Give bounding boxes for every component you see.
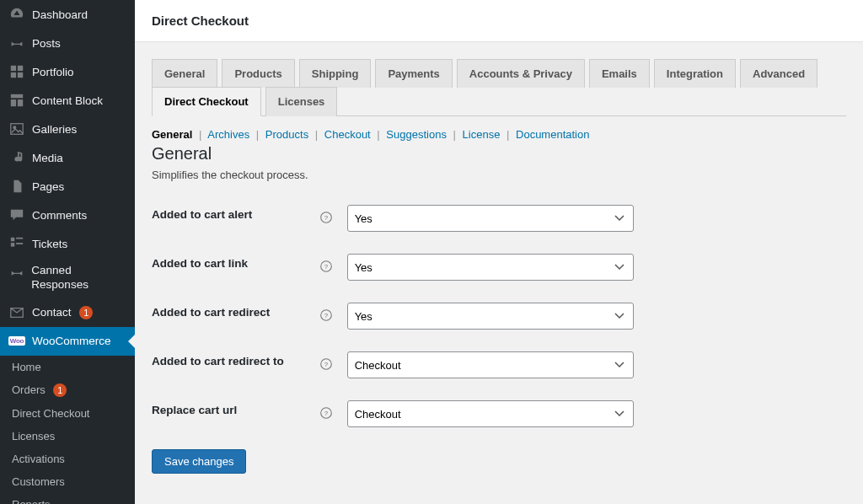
notification-badge: 1 xyxy=(79,306,93,319)
subtab-documentation[interactable]: Documentation xyxy=(516,128,589,141)
tab-accounts-privacy[interactable]: Accounts & Privacy xyxy=(457,59,585,88)
tab-products[interactable]: Products xyxy=(222,59,294,88)
subtab-general[interactable]: General xyxy=(152,128,192,141)
tab-integration[interactable]: Integration xyxy=(654,59,736,88)
page-header: Direct Checkout xyxy=(135,0,863,42)
select-cart-redirect-to[interactable]: Checkout xyxy=(347,351,634,378)
sidebar-label: Contact xyxy=(32,306,72,319)
field-label: Added to cart redirect to xyxy=(152,346,320,395)
sidebar-sub-reports[interactable]: Reports xyxy=(0,493,135,504)
layout-icon xyxy=(8,92,25,109)
help-icon[interactable]: ? xyxy=(320,309,334,323)
sidebar-label: Canned Responses xyxy=(31,264,128,292)
sidebar-label: Media xyxy=(32,152,63,164)
gauge-icon xyxy=(8,6,25,23)
svg-rect-1 xyxy=(18,66,23,71)
select-cart-redirect[interactable]: Yes xyxy=(347,303,634,330)
sidebar-sub-home[interactable]: Home xyxy=(0,356,135,378)
sidebar-sub-customers[interactable]: Customers xyxy=(0,470,135,493)
tab-emails[interactable]: Emails xyxy=(589,59,650,88)
section-description: Simplifies the checkout process. xyxy=(152,169,846,181)
sidebar-item-comments[interactable]: Comments xyxy=(0,201,135,229)
sidebar-item-canned[interactable]: Canned Responses xyxy=(0,258,135,298)
sidebar-label: WooCommerce xyxy=(32,335,111,347)
subtab-checkout[interactable]: Checkout xyxy=(324,128,371,141)
tab-direct-checkout[interactable]: Direct Checkout xyxy=(152,87,261,116)
help-icon[interactable]: ? xyxy=(320,260,334,274)
page-title: Direct Checkout xyxy=(152,13,249,28)
notification-badge: 1 xyxy=(53,383,67,397)
sidebar-item-dashboard[interactable]: Dashboard xyxy=(0,0,135,29)
svg-rect-7 xyxy=(11,124,23,135)
sidebar-item-media[interactable]: Media xyxy=(0,143,135,172)
svg-text:?: ? xyxy=(324,263,328,271)
woocommerce-icon: Woo xyxy=(8,333,25,350)
subtab-archives[interactable]: Archives xyxy=(207,128,249,141)
sidebar-item-contentblock[interactable]: Content Block xyxy=(0,86,135,115)
svg-text:?: ? xyxy=(324,410,328,417)
svg-text:?: ? xyxy=(324,361,328,368)
svg-rect-4 xyxy=(11,94,23,99)
settings-content: General Products Shipping Payments Accou… xyxy=(135,42,863,504)
svg-rect-3 xyxy=(18,72,23,78)
sidebar-label: Comments xyxy=(32,209,87,222)
help-icon[interactable]: ? xyxy=(320,407,334,421)
pin-icon xyxy=(8,35,25,51)
sidebar-item-pages[interactable]: Pages xyxy=(0,172,135,201)
settings-subtabs: General | Archives | Products | Checkout… xyxy=(152,128,846,141)
sidebar-label: Tickets xyxy=(32,238,67,250)
tab-shipping[interactable]: Shipping xyxy=(299,59,372,88)
admin-sidebar: Dashboard Posts Portfolio Content Block … xyxy=(0,0,135,504)
mail-icon xyxy=(8,304,25,321)
sidebar-item-tickets[interactable]: Tickets xyxy=(0,229,135,258)
pin-icon xyxy=(8,264,24,281)
subtab-products[interactable]: Products xyxy=(265,128,308,141)
sidebar-sub-activations[interactable]: Activations xyxy=(0,448,135,470)
save-button[interactable]: Save changes xyxy=(152,449,246,474)
svg-rect-0 xyxy=(11,66,16,71)
main-content: Direct Checkout General Products Shippin… xyxy=(135,0,863,504)
help-icon[interactable]: ? xyxy=(320,212,334,225)
sidebar-item-contact[interactable]: Contact 1 xyxy=(0,298,135,327)
field-label: Replace cart url xyxy=(152,395,320,444)
field-label: Added to cart alert xyxy=(152,200,320,249)
media-icon xyxy=(8,149,25,166)
settings-tabs: General Products Shipping Payments Accou… xyxy=(152,59,846,116)
svg-text:?: ? xyxy=(324,214,328,222)
sidebar-label: Posts xyxy=(32,37,61,50)
svg-rect-2 xyxy=(11,72,16,78)
select-cart-alert[interactable]: Yes xyxy=(347,205,634,232)
sidebar-item-portfolio[interactable]: Portfolio xyxy=(0,57,135,86)
help-icon[interactable]: ? xyxy=(320,358,334,372)
select-cart-link[interactable]: Yes xyxy=(347,254,634,281)
sidebar-item-woocommerce[interactable]: Woo WooCommerce xyxy=(0,327,135,356)
subtab-suggestions[interactable]: Suggestions xyxy=(386,128,447,141)
svg-rect-10 xyxy=(16,238,23,239)
ticket-icon xyxy=(8,235,25,252)
sidebar-label: Content Block xyxy=(32,94,103,107)
svg-rect-9 xyxy=(11,238,14,242)
field-label: Added to cart link xyxy=(152,249,320,298)
page-icon xyxy=(8,178,25,195)
svg-rect-6 xyxy=(18,99,23,106)
sidebar-sub-licenses[interactable]: Licenses xyxy=(0,425,135,448)
sidebar-label: Portfolio xyxy=(32,66,74,78)
field-label: Added to cart redirect xyxy=(152,298,320,346)
tab-licenses[interactable]: Licenses xyxy=(265,87,338,116)
comment-icon xyxy=(8,206,25,223)
sidebar-sub-direct-checkout[interactable]: Direct Checkout xyxy=(0,402,135,425)
tab-payments[interactable]: Payments xyxy=(375,59,452,88)
tab-general[interactable]: General xyxy=(152,59,217,88)
sidebar-label: Pages xyxy=(32,180,64,193)
section-title: General xyxy=(152,144,846,164)
sidebar-label: Galleries xyxy=(32,123,77,136)
sidebar-item-posts[interactable]: Posts xyxy=(0,29,135,57)
image-icon xyxy=(8,121,25,137)
submit-row: Save changes xyxy=(152,449,846,474)
tab-advanced[interactable]: Advanced xyxy=(740,59,817,88)
svg-text:?: ? xyxy=(324,312,328,319)
select-replace-cart-url[interactable]: Checkout xyxy=(347,400,634,427)
subtab-license[interactable]: License xyxy=(463,128,501,141)
sidebar-item-galleries[interactable]: Galleries xyxy=(0,115,135,143)
sidebar-sub-orders[interactable]: Orders 1 xyxy=(0,378,135,402)
